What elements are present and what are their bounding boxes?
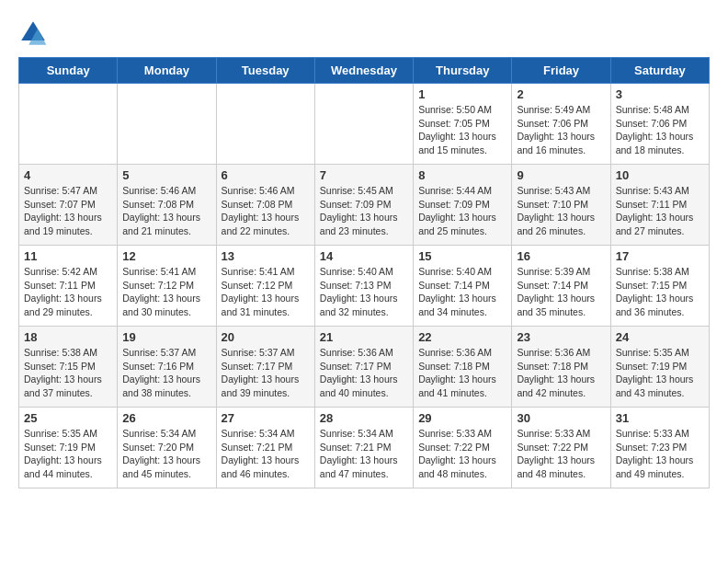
day-info: Sunrise: 5:41 AM Sunset: 7:12 PM Dayligh…	[122, 265, 210, 319]
day-info: Sunrise: 5:34 AM Sunset: 7:21 PM Dayligh…	[320, 427, 408, 481]
calendar-cell: 25Sunrise: 5:35 AM Sunset: 7:19 PM Dayli…	[19, 408, 118, 488]
calendar-cell: 24Sunrise: 5:35 AM Sunset: 7:19 PM Dayli…	[610, 327, 709, 408]
calendar-week: 4Sunrise: 5:47 AM Sunset: 7:07 PM Daylig…	[19, 165, 710, 246]
day-header: Saturday	[610, 58, 709, 84]
calendar-header: SundayMondayTuesdayWednesdayThursdayFrid…	[19, 58, 710, 84]
day-info: Sunrise: 5:41 AM Sunset: 7:12 PM Dayligh…	[222, 265, 310, 319]
day-info: Sunrise: 5:45 AM Sunset: 7:09 PM Dayligh…	[320, 184, 408, 238]
day-info: Sunrise: 5:38 AM Sunset: 7:15 PM Dayligh…	[24, 346, 112, 400]
day-number: 20	[222, 330, 310, 344]
day-info: Sunrise: 5:48 AM Sunset: 7:06 PM Dayligh…	[616, 103, 704, 157]
day-number: 23	[517, 330, 605, 344]
day-header: Tuesday	[216, 58, 314, 84]
calendar-cell: 11Sunrise: 5:42 AM Sunset: 7:11 PM Dayli…	[19, 246, 118, 327]
day-info: Sunrise: 5:43 AM Sunset: 7:10 PM Dayligh…	[517, 184, 605, 238]
calendar-cell: 17Sunrise: 5:38 AM Sunset: 7:15 PM Dayli…	[610, 246, 709, 327]
day-number: 11	[24, 249, 112, 263]
logo-icon	[18, 18, 48, 48]
calendar-cell: 15Sunrise: 5:40 AM Sunset: 7:14 PM Dayli…	[414, 246, 512, 327]
day-info: Sunrise: 5:36 AM Sunset: 7:17 PM Dayligh…	[320, 346, 408, 400]
day-header: Friday	[512, 58, 610, 84]
calendar-body: 1Sunrise: 5:50 AM Sunset: 7:05 PM Daylig…	[19, 84, 710, 488]
day-number: 24	[616, 330, 704, 344]
day-number: 8	[418, 168, 506, 182]
calendar-cell: 27Sunrise: 5:34 AM Sunset: 7:21 PM Dayli…	[216, 408, 314, 488]
day-number: 16	[517, 249, 605, 263]
calendar-cell: 18Sunrise: 5:38 AM Sunset: 7:15 PM Dayli…	[19, 327, 118, 408]
day-info: Sunrise: 5:36 AM Sunset: 7:18 PM Dayligh…	[418, 346, 506, 400]
day-info: Sunrise: 5:36 AM Sunset: 7:18 PM Dayligh…	[517, 346, 605, 400]
day-info: Sunrise: 5:33 AM Sunset: 7:22 PM Dayligh…	[517, 427, 605, 481]
calendar-cell: 21Sunrise: 5:36 AM Sunset: 7:17 PM Dayli…	[314, 327, 413, 408]
calendar-week: 18Sunrise: 5:38 AM Sunset: 7:15 PM Dayli…	[19, 327, 710, 408]
day-number: 31	[616, 411, 704, 425]
day-info: Sunrise: 5:42 AM Sunset: 7:11 PM Dayligh…	[24, 265, 112, 319]
day-number: 29	[418, 411, 506, 425]
day-number: 3	[616, 87, 704, 101]
day-number: 12	[122, 249, 210, 263]
day-info: Sunrise: 5:35 AM Sunset: 7:19 PM Dayligh…	[616, 346, 704, 400]
day-info: Sunrise: 5:44 AM Sunset: 7:09 PM Dayligh…	[418, 184, 506, 238]
day-info: Sunrise: 5:35 AM Sunset: 7:19 PM Dayligh…	[24, 427, 112, 481]
calendar-cell: 13Sunrise: 5:41 AM Sunset: 7:12 PM Dayli…	[216, 246, 314, 327]
day-header: Thursday	[414, 58, 512, 84]
calendar-cell: 12Sunrise: 5:41 AM Sunset: 7:12 PM Dayli…	[118, 246, 216, 327]
calendar-cell	[314, 84, 413, 165]
day-number: 30	[517, 411, 605, 425]
day-header: Sunday	[19, 58, 118, 84]
day-number: 10	[616, 168, 704, 182]
calendar-cell: 9Sunrise: 5:43 AM Sunset: 7:10 PM Daylig…	[512, 165, 610, 246]
calendar-cell: 10Sunrise: 5:43 AM Sunset: 7:11 PM Dayli…	[610, 165, 709, 246]
day-number: 2	[517, 87, 605, 101]
calendar-cell: 5Sunrise: 5:46 AM Sunset: 7:08 PM Daylig…	[118, 165, 216, 246]
calendar-cell: 8Sunrise: 5:44 AM Sunset: 7:09 PM Daylig…	[414, 165, 512, 246]
day-number: 21	[320, 330, 408, 344]
logo	[18, 18, 51, 48]
day-info: Sunrise: 5:46 AM Sunset: 7:08 PM Dayligh…	[222, 184, 310, 238]
calendar-cell: 3Sunrise: 5:48 AM Sunset: 7:06 PM Daylig…	[610, 84, 709, 165]
calendar-cell	[118, 84, 216, 165]
calendar-cell: 29Sunrise: 5:33 AM Sunset: 7:22 PM Dayli…	[414, 408, 512, 488]
day-header: Monday	[118, 58, 216, 84]
day-info: Sunrise: 5:34 AM Sunset: 7:20 PM Dayligh…	[122, 427, 210, 481]
calendar-cell: 22Sunrise: 5:36 AM Sunset: 7:18 PM Dayli…	[414, 327, 512, 408]
calendar-cell: 28Sunrise: 5:34 AM Sunset: 7:21 PM Dayli…	[314, 408, 413, 488]
day-info: Sunrise: 5:40 AM Sunset: 7:13 PM Dayligh…	[320, 265, 408, 319]
day-number: 22	[418, 330, 506, 344]
day-number: 15	[418, 249, 506, 263]
day-number: 6	[222, 168, 310, 182]
calendar-week: 25Sunrise: 5:35 AM Sunset: 7:19 PM Dayli…	[19, 408, 710, 488]
page-header	[18, 18, 710, 48]
day-info: Sunrise: 5:50 AM Sunset: 7:05 PM Dayligh…	[418, 103, 506, 157]
day-info: Sunrise: 5:38 AM Sunset: 7:15 PM Dayligh…	[616, 265, 704, 319]
header-row: SundayMondayTuesdayWednesdayThursdayFrid…	[19, 58, 710, 84]
day-number: 17	[616, 249, 704, 263]
calendar-cell	[19, 84, 118, 165]
calendar-cell: 23Sunrise: 5:36 AM Sunset: 7:18 PM Dayli…	[512, 327, 610, 408]
day-info: Sunrise: 5:47 AM Sunset: 7:07 PM Dayligh…	[24, 184, 112, 238]
day-info: Sunrise: 5:40 AM Sunset: 7:14 PM Dayligh…	[418, 265, 506, 319]
day-number: 5	[122, 168, 210, 182]
day-number: 4	[24, 168, 112, 182]
calendar-cell: 26Sunrise: 5:34 AM Sunset: 7:20 PM Dayli…	[118, 408, 216, 488]
day-info: Sunrise: 5:34 AM Sunset: 7:21 PM Dayligh…	[222, 427, 310, 481]
day-number: 27	[222, 411, 310, 425]
day-info: Sunrise: 5:39 AM Sunset: 7:14 PM Dayligh…	[517, 265, 605, 319]
day-number: 7	[320, 168, 408, 182]
day-number: 13	[222, 249, 310, 263]
day-number: 28	[320, 411, 408, 425]
day-number: 14	[320, 249, 408, 263]
day-info: Sunrise: 5:46 AM Sunset: 7:08 PM Dayligh…	[122, 184, 210, 238]
calendar-cell: 1Sunrise: 5:50 AM Sunset: 7:05 PM Daylig…	[414, 84, 512, 165]
calendar: SundayMondayTuesdayWednesdayThursdayFrid…	[18, 57, 710, 488]
day-number: 1	[418, 87, 506, 101]
calendar-week: 1Sunrise: 5:50 AM Sunset: 7:05 PM Daylig…	[19, 84, 710, 165]
day-number: 25	[24, 411, 112, 425]
day-info: Sunrise: 5:33 AM Sunset: 7:23 PM Dayligh…	[616, 427, 704, 481]
calendar-cell: 2Sunrise: 5:49 AM Sunset: 7:06 PM Daylig…	[512, 84, 610, 165]
calendar-cell: 7Sunrise: 5:45 AM Sunset: 7:09 PM Daylig…	[314, 165, 413, 246]
calendar-week: 11Sunrise: 5:42 AM Sunset: 7:11 PM Dayli…	[19, 246, 710, 327]
calendar-cell	[216, 84, 314, 165]
calendar-cell: 30Sunrise: 5:33 AM Sunset: 7:22 PM Dayli…	[512, 408, 610, 488]
day-number: 18	[24, 330, 112, 344]
